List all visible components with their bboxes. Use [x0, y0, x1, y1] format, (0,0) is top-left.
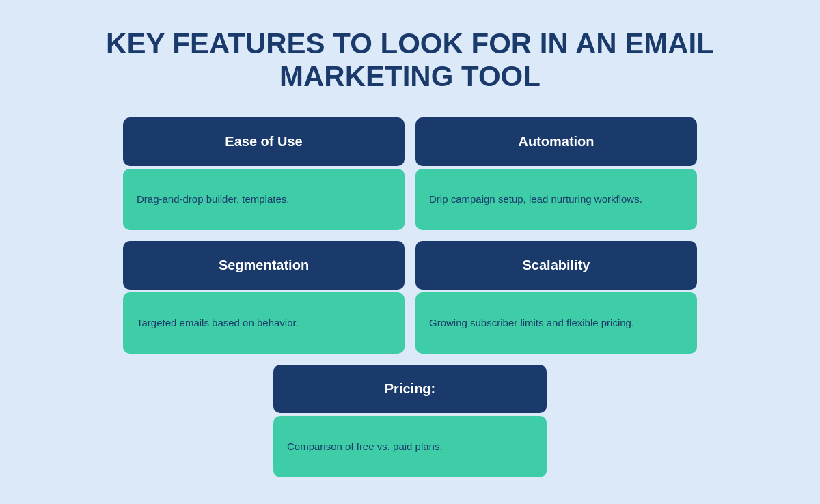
automation-header: Automation — [415, 117, 697, 166]
scalability-header: Scalability — [415, 241, 697, 290]
pricing-header: Pricing: — [273, 365, 547, 413]
feature-scalability: Scalability Growing subscriber limits an… — [415, 241, 697, 354]
feature-automation: Automation Drip campaign setup, lead nur… — [415, 117, 697, 230]
feature-segmentation: Segmentation Targeted emails based on be… — [123, 241, 405, 354]
features-grid: Ease of Use Drag-and-drop builder, templ… — [123, 117, 697, 354]
segmentation-header: Segmentation — [123, 241, 405, 290]
ease-of-use-header: Ease of Use — [123, 117, 405, 166]
automation-body: Drip campaign setup, lead nurturing work… — [415, 169, 697, 230]
pricing-section: Pricing: Comparison of free vs. paid pla… — [273, 365, 547, 477]
scalability-body: Growing subscriber limits and flexible p… — [415, 292, 697, 354]
page-title: KEY FEATURES TO LOOK FOR IN AN EMAIL MAR… — [102, 27, 718, 94]
segmentation-body: Targeted emails based on behavior. — [123, 292, 405, 354]
pricing-body: Comparison of free vs. paid plans. — [273, 416, 547, 477]
ease-of-use-body: Drag-and-drop builder, templates. — [123, 169, 405, 230]
feature-ease-of-use: Ease of Use Drag-and-drop builder, templ… — [123, 117, 405, 230]
